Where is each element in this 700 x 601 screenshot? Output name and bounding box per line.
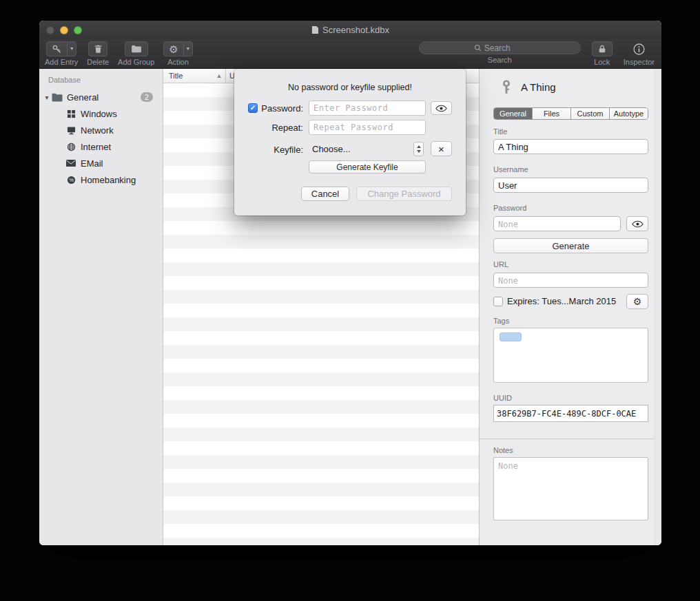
gear-icon: ⚙ [164,42,183,56]
traffic-lights [46,26,82,34]
password-field-label: Password [493,204,526,212]
url-field-label: URL [493,260,508,268]
sidebar-item-homebanking[interactable]: % Homebanking [39,171,163,188]
sidebar-item-label: Windows [81,109,117,119]
search-icon [474,44,482,52]
chevron-down-icon: ▾ [183,42,192,56]
generate-keyfile-button[interactable]: Generate Keyfile [309,160,426,173]
key-plus-icon [47,42,67,56]
chevron-up-icon [417,145,421,148]
delete-button[interactable] [88,41,107,56]
password-input[interactable] [309,101,426,116]
tab-autotype[interactable]: Autotype [609,108,648,119]
uuid-label: UUID [493,394,512,402]
monitor-icon [65,125,76,136]
delete-label: Delete [87,58,109,66]
disclosure-triangle-icon[interactable]: ▾ [42,94,52,101]
chevron-down-icon[interactable]: ▾ [67,42,76,56]
tags-label: Tags [493,317,509,325]
close-button[interactable] [46,26,54,34]
tag-chip [500,333,522,341]
sidebar-item-label: Internet [81,142,111,152]
lock-label: Lock [594,58,610,66]
svg-text:%: % [69,177,74,183]
coin-percent-icon: % [65,174,76,185]
change-password-dialog: No password or keyfile supplied! ✓ Passw… [234,69,466,215]
tab-files[interactable]: Files [532,108,570,119]
minimize-button[interactable] [60,26,68,34]
url-field[interactable] [493,273,648,288]
column-divider[interactable] [225,69,226,83]
expires-checkbox[interactable] [493,297,503,306]
keyfile-label: Keyfile: [259,145,303,155]
sidebar-item-general[interactable]: ▾ General 2 [39,89,163,105]
add-entry-button[interactable]: ▾ [46,41,76,56]
uuid-field[interactable] [493,405,648,422]
reveal-password-button[interactable] [626,216,648,231]
column-header-title[interactable]: Title [169,72,183,80]
dialog-message: No password or keyfile supplied! [234,83,466,92]
action-button[interactable]: ⚙ ▾ [163,41,192,56]
zoom-button[interactable] [74,26,82,34]
sidebar-item-email[interactable]: EMail [39,155,163,171]
sidebar-item-network[interactable]: Network [39,122,163,138]
sidebar-item-label: Network [81,125,114,136]
sidebar-item-label: Homebanking [81,175,136,185]
folder-plus-icon [131,45,142,53]
change-password-button[interactable]: Change Password [356,187,452,201]
entry-title: A Thing [521,81,556,93]
search-input[interactable] [484,43,526,53]
eye-icon [632,220,644,228]
inspector-button[interactable] [633,41,645,56]
inspector-label: Inspector [624,58,655,66]
expires-settings-button[interactable]: ⚙ [626,294,648,309]
gear-icon: ⚙ [633,297,642,306]
inspector-panel: A Thing General Files Custom Autotype Ti… [479,69,661,545]
inspector-divider [480,439,661,439]
expires-label: Expires: Tues...March 2015 [507,296,616,306]
folder-icon [52,92,63,103]
generate-password-button[interactable]: Generate [493,238,648,253]
title-field-label: Title [493,127,507,136]
trash-icon [94,44,103,54]
username-field-label: Username [493,165,528,173]
desktop-background: Screenshot.kdbx ▾ Add Entry Delete [0,0,700,601]
globe-icon [65,141,76,152]
tab-custom[interactable]: Custom [570,108,609,119]
keyfile-popup[interactable]: Choose... [312,143,351,156]
eye-icon [435,105,447,112]
lock-button[interactable] [592,41,612,56]
action-label: Action [167,58,189,66]
notes-field[interactable] [493,457,648,520]
add-entry-label: Add Entry [45,58,78,66]
title-field[interactable] [493,139,648,154]
reveal-password-button[interactable] [431,101,452,115]
info-icon [633,43,645,55]
repeat-label: Repeat: [259,123,303,133]
add-group-button[interactable] [125,41,148,56]
sidebar-item-windows[interactable]: Windows [39,105,163,122]
tab-general[interactable]: General [494,108,532,119]
search-label: Search [488,56,512,64]
password-checkbox[interactable]: ✓ [248,103,258,113]
password-field[interactable] [493,216,621,231]
repeat-input[interactable] [309,120,426,135]
toolbar: ▾ Add Entry Delete Add Group ⚙ ▾ [39,39,661,69]
mail-icon [65,158,76,169]
app-window: Screenshot.kdbx ▾ Add Entry Delete [39,21,661,545]
cancel-button[interactable]: Cancel [301,187,349,201]
titlebar: Screenshot.kdbx [39,21,661,39]
sort-ascending-icon [217,74,221,78]
password-label: Password: [259,103,303,114]
sidebar-item-internet[interactable]: Internet [39,138,163,155]
entry-count-badge: 2 [141,92,153,102]
search-field[interactable] [419,41,581,54]
sidebar-item-label: EMail [81,158,103,169]
sidebar-item-label: General [67,92,99,103]
username-field[interactable] [493,178,648,193]
clear-keyfile-button[interactable]: × [431,141,452,156]
lock-icon [598,44,606,54]
windows-icon [65,108,76,119]
tags-box[interactable] [493,328,648,383]
keyfile-stepper[interactable] [413,142,424,156]
